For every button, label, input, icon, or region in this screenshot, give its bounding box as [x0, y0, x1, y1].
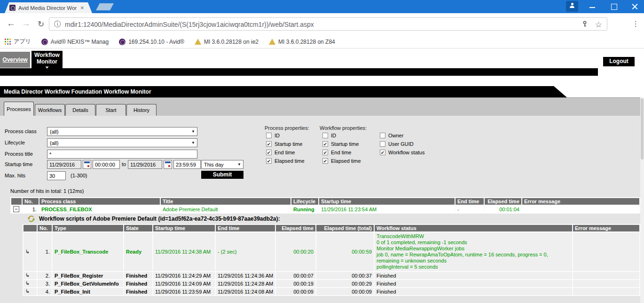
tab-history[interactable]: History	[126, 104, 157, 116]
browser-menu-icon[interactable]: ⋮	[632, 19, 639, 28]
checkbox-process-elapsed-time[interactable]: ✔ Elapsed time	[266, 158, 305, 164]
scrollbar[interactable]	[640, 97, 644, 303]
page-info-icon[interactable]: ⓘ	[54, 20, 61, 29]
nav-tab-overview[interactable]: Overview	[0, 52, 30, 68]
bookmark-avid-ip[interactable]: 169.254.10.10 - Avid®	[119, 39, 184, 45]
checkbox-icon[interactable]: ✔	[322, 141, 328, 147]
nav-tab-wm-line1: Workflow	[31, 52, 63, 58]
process-class-select[interactable]: (all) ▼	[47, 127, 197, 136]
checkbox-icon[interactable]: ✔	[322, 158, 328, 164]
script-state: Ready	[124, 232, 152, 271]
max-hits-hint: (1-300)	[71, 173, 87, 178]
script-startup-time: 11/29/2016 11:24:38 AM	[153, 232, 215, 271]
bookmark-nexis[interactable]: Avid® NEXIS™ Manag	[41, 39, 109, 45]
lifecycle-select[interactable]: (all) ▼	[47, 138, 197, 147]
checkbox-icon[interactable]: ✔	[380, 150, 385, 155]
avid-icon	[41, 39, 48, 45]
bookmark-label: MI 3.6.0.28128 on ie2	[204, 39, 259, 45]
checkbox-workflow-status[interactable]: ✔ Workflow status	[380, 150, 424, 155]
bookmark-star-icon[interactable]: ☆	[595, 20, 602, 30]
submit-button[interactable]: Submit	[201, 171, 243, 179]
checkbox-label: Startup time	[331, 141, 359, 147]
workflow-script-row[interactable]: ↳ 1. P_FileBox_Transcode Ready 11/29/201…	[24, 232, 639, 271]
password-key-icon[interactable]	[581, 21, 588, 30]
apps-grid-icon	[5, 39, 11, 45]
checkbox-icon[interactable]	[322, 133, 328, 138]
address-bar[interactable]: ⓘ mdir1:12400/MediaDirectorAdminSuite/(S…	[49, 17, 607, 31]
scrollbar-thumb[interactable]	[641, 98, 644, 159]
checkbox-process-startup-time[interactable]: ✔ Startup time	[266, 141, 302, 147]
back-icon[interactable]: ←	[7, 18, 16, 29]
mi-gold-icon	[269, 39, 275, 45]
checkbox-icon[interactable]: ✔	[322, 150, 328, 155]
checkbox-workflow-startup-time[interactable]: ✔ Startup time	[322, 141, 359, 147]
bookmark-apps[interactable]: アプリ	[5, 38, 31, 46]
window-maximize-button[interactable]	[605, 0, 623, 13]
tab-close-icon[interactable]: ×	[80, 5, 84, 11]
process-title-label: Process title	[5, 151, 33, 157]
checkbox-icon[interactable]	[380, 133, 385, 138]
logout-button[interactable]: Logout	[603, 57, 635, 66]
process-end-time: -	[456, 206, 484, 213]
workflow-script-row[interactable]: ↳ 4. P_FileBox_Init Finished 11/29/2016 …	[24, 288, 639, 295]
checkbox-user-guid[interactable]: User GUID	[380, 141, 414, 147]
branch-icon: ↳	[25, 288, 30, 294]
max-hits-input[interactable]	[47, 171, 66, 180]
script-error-message	[573, 280, 639, 287]
process-row[interactable]: − 1. PROCESS_FILEBOX Adobe Premiere Defa…	[11, 206, 639, 213]
checkbox-icon[interactable]: ✔	[266, 141, 272, 147]
col-state: State	[124, 225, 152, 231]
chevron-down-icon: ▼	[237, 162, 241, 167]
checkbox-workflow-elapsed-time[interactable]: ✔ Elapsed time	[322, 158, 361, 164]
to-date-input[interactable]	[128, 160, 162, 169]
script-elapsed-total: 00:00:59	[316, 232, 374, 271]
bookmark-mi-ie2[interactable]: MI 3.6.0.28128 on ie2	[195, 39, 259, 45]
profile-button[interactable]	[566, 1, 578, 12]
checkbox-process-end-time[interactable]: ✔ End time	[266, 150, 295, 155]
from-time-input[interactable]	[93, 160, 120, 169]
process-class-label: Process class	[5, 128, 37, 134]
process-title-input[interactable]	[47, 150, 197, 159]
workflow-script-row[interactable]: ↳ 3. P_FileBox_GetVolumeInfo Finished 11…	[24, 280, 639, 287]
tab-workflows[interactable]: Workflows	[35, 104, 65, 116]
process-class-value: PROCESS_FILEBOX	[39, 206, 160, 213]
collapse-toggle[interactable]: −	[13, 206, 19, 212]
script-end-time: - (2 sec)	[216, 232, 275, 271]
bookmark-mi-z84[interactable]: MI 3.6.0.28128 on Z84	[269, 39, 335, 45]
checkbox-workflow-end-time[interactable]: ✔ End time	[322, 150, 351, 155]
window-minimize-button[interactable]	[583, 0, 602, 13]
col-workflow-status: Workflow status	[375, 225, 572, 231]
checkbox-icon[interactable]	[266, 133, 272, 138]
nav-tab-overview-label: Overview	[2, 56, 27, 63]
checkbox-label: End time	[331, 150, 351, 155]
window-close-button[interactable]	[625, 0, 644, 13]
branch-column-header	[24, 225, 37, 231]
tab-processes[interactable]: Processes	[4, 102, 34, 116]
reload-icon[interactable]: ↻	[38, 19, 44, 29]
tab-details[interactable]: Details	[65, 104, 95, 116]
checkbox-icon[interactable]	[380, 141, 385, 147]
script-startup-time: 11/29/2016 11:24:29 AM	[153, 272, 215, 279]
calendar-icon[interactable]	[164, 160, 172, 169]
checkbox-workflow-id[interactable]: ID	[322, 133, 336, 138]
new-tab-button[interactable]	[96, 3, 114, 10]
process-table-header: No. Process class Title Lifecycle Startu…	[11, 198, 639, 205]
checkbox-icon[interactable]: ✔	[266, 150, 272, 155]
bookmark-label: アプリ	[14, 38, 31, 46]
calendar-icon[interactable]	[83, 160, 91, 169]
from-date-input[interactable]	[47, 160, 81, 169]
url-text[interactable]: mdir1:12400/MediaDirectorAdminSuite/(S(1…	[65, 21, 314, 28]
workflow-scripts-header: No. Type State Startup time End time Ela…	[24, 225, 639, 231]
browser-tab[interactable]: Avid Media Director Wor ×	[5, 2, 92, 13]
col-no: No.	[23, 198, 39, 205]
checkbox-process-id[interactable]: ID	[266, 133, 280, 138]
date-range-preset-select[interactable]: This day ▼	[201, 160, 243, 169]
checkbox-owner[interactable]: Owner	[380, 133, 403, 138]
workflow-script-row[interactable]: ↳ 2. P_FileBox_Register Finished 11/29/2…	[24, 272, 639, 279]
forward-icon[interactable]: →	[22, 18, 31, 29]
script-end-time: 11/29/2016 11:24:36 AM	[216, 272, 275, 279]
tab-start[interactable]: Start	[96, 104, 126, 116]
checkbox-icon[interactable]: ✔	[266, 158, 272, 164]
page-title: Media Director Workflow Foundation Workf…	[4, 88, 151, 95]
to-time-input[interactable]	[173, 160, 201, 169]
